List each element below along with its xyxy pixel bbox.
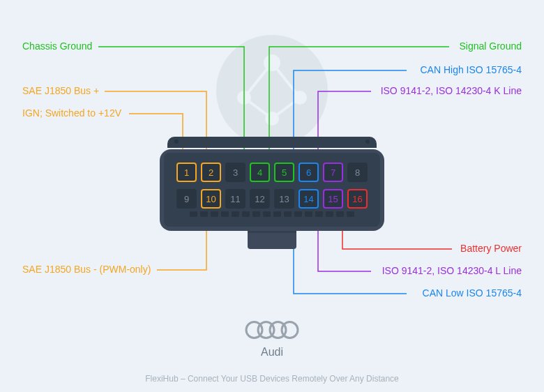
footer-text: FlexiHub – Connect Your USB Devices Remo… bbox=[0, 374, 544, 384]
pin-9: 9 bbox=[176, 189, 197, 209]
pin-7: 7 bbox=[323, 163, 343, 182]
brand-block: Audi bbox=[245, 321, 299, 359]
pin-3: 3 bbox=[225, 163, 245, 182]
label-pin6: CAN High ISO 15765-4 bbox=[420, 64, 522, 75]
label-pin4: Chassis Ground bbox=[22, 40, 92, 52]
label-pin15: ISO 9141-2, ISO 14230-4 L Line bbox=[382, 265, 522, 276]
svg-point-3 bbox=[293, 91, 307, 105]
svg-point-2 bbox=[237, 91, 251, 105]
svg-point-0 bbox=[216, 35, 328, 146]
pin-5: 5 bbox=[274, 163, 294, 182]
pin-8: 8 bbox=[347, 163, 368, 182]
brand-name: Audi bbox=[245, 346, 299, 359]
label-pin14: CAN Low ISO 15765-4 bbox=[423, 287, 522, 299]
pin-13: 13 bbox=[274, 189, 294, 209]
pin-row-bottom: 9 10 11 12 13 14 15 16 bbox=[174, 189, 370, 209]
pin-10: 10 bbox=[201, 189, 221, 209]
pin-6: 6 bbox=[299, 163, 319, 182]
audi-logo-icon bbox=[245, 321, 299, 339]
obd-connector: 1 2 3 4 5 6 7 8 9 10 11 12 13 14 15 16 bbox=[160, 137, 384, 249]
pin-2: 2 bbox=[201, 163, 221, 182]
pin-16: 16 bbox=[347, 189, 368, 209]
svg-point-4 bbox=[265, 112, 279, 126]
label-pin2: SAE J1850 Bus + bbox=[22, 85, 99, 96]
label-pin16: Battery Power bbox=[460, 243, 522, 254]
pin-15: 15 bbox=[323, 189, 343, 209]
pin-11: 11 bbox=[225, 189, 245, 209]
svg-point-1 bbox=[264, 54, 280, 71]
pin-1: 1 bbox=[176, 163, 197, 182]
pin-14: 14 bbox=[299, 189, 319, 209]
pin-row-top: 1 2 3 4 5 6 7 8 bbox=[174, 163, 370, 182]
label-pin1: IGN; Switched to +12V bbox=[22, 107, 121, 119]
label-pin10: SAE J1850 Bus - (PWM-only) bbox=[22, 264, 151, 275]
pin-4: 4 bbox=[250, 163, 270, 182]
label-pin7: ISO 9141-2, ISO 14230-4 K Line bbox=[381, 85, 522, 96]
pin-12: 12 bbox=[250, 189, 270, 209]
label-pin5: Signal Ground bbox=[459, 40, 522, 52]
